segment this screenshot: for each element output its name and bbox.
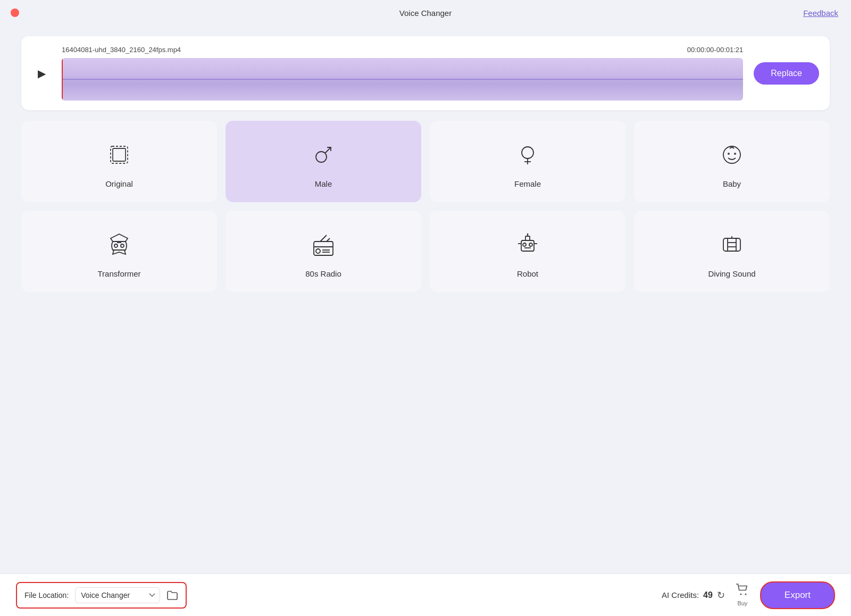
voice-card-original[interactable]: Original — [21, 121, 217, 202]
baby-icon — [716, 139, 748, 171]
right-actions: AI Credits: 49 ↻ Buy Export — [662, 581, 835, 609]
replace-button[interactable]: Replace — [754, 62, 819, 85]
close-button[interactable] — [11, 9, 19, 17]
svg-rect-21 — [525, 236, 530, 240]
bottom-bar: File Location: Voice Changer AI Credits:… — [0, 573, 851, 616]
svg-point-10 — [114, 244, 118, 247]
export-button[interactable]: Export — [760, 581, 835, 609]
voice-card-female[interactable]: Female — [430, 121, 625, 202]
file-location-label: File Location: — [24, 591, 69, 600]
voice-card-label-female: Female — [514, 179, 541, 188]
cart-group[interactable]: Buy — [736, 584, 749, 606]
svg-point-9 — [734, 153, 736, 155]
ai-credits-label: AI Credits: — [662, 590, 699, 600]
buy-label: Buy — [737, 600, 747, 606]
robot-icon — [512, 229, 544, 261]
play-button[interactable]: ▶ — [32, 64, 51, 83]
svg-point-7 — [723, 146, 740, 163]
voice-card-baby[interactable]: Baby — [634, 121, 830, 202]
voice-card-male[interactable]: Male — [226, 121, 421, 202]
title-bar: Voice Changer Feedback — [0, 0, 851, 26]
ai-credits-count: 49 — [703, 590, 713, 600]
transformer-icon — [103, 229, 135, 261]
voice-card-label-radio80s: 80s Radio — [305, 269, 341, 278]
waveform-container: 16404081-uhd_3840_2160_24fps.mp4 00:00:0… — [62, 46, 743, 101]
waveform-filename: 16404081-uhd_3840_2160_24fps.mp4 — [62, 46, 181, 54]
folder-icon-button[interactable] — [166, 590, 178, 601]
svg-point-23 — [527, 234, 529, 235]
folder-icon — [166, 590, 178, 601]
waveform-meta: 16404081-uhd_3840_2160_24fps.mp4 00:00:0… — [62, 46, 743, 54]
svg-point-14 — [316, 249, 320, 253]
diving-icon — [716, 229, 748, 261]
waveform-timerange: 00:00:00-00:01:21 — [687, 46, 744, 54]
voice-card-label-diving: Diving Sound — [708, 269, 755, 278]
voice-card-radio80s[interactable]: 80s Radio — [226, 211, 421, 292]
svg-rect-0 — [113, 148, 126, 161]
svg-point-4 — [522, 147, 533, 159]
waveform-center-line — [62, 79, 743, 80]
main-content: ▶ 16404081-uhd_3840_2160_24fps.mp4 00:00… — [0, 26, 851, 303]
voice-card-transformer[interactable]: Transformer — [21, 211, 217, 292]
female-icon — [512, 139, 544, 171]
refresh-icon[interactable]: ↻ — [717, 589, 725, 601]
voice-card-label-male: Male — [315, 179, 332, 188]
voice-card-label-transformer: Transformer — [97, 269, 140, 278]
waveform-track[interactable] — [62, 58, 743, 101]
svg-point-33 — [745, 594, 746, 595]
waveform-panel: ▶ 16404081-uhd_3840_2160_24fps.mp4 00:00… — [21, 36, 830, 110]
svg-point-8 — [728, 153, 730, 155]
svg-line-3 — [325, 147, 331, 153]
radio-icon — [307, 229, 339, 261]
svg-point-18 — [523, 243, 526, 246]
waveform-cursor — [62, 58, 63, 101]
voice-card-label-baby: Baby — [723, 179, 741, 188]
original-icon — [103, 139, 135, 171]
voice-card-diving[interactable]: Diving Sound — [634, 211, 830, 292]
male-icon — [307, 139, 339, 171]
voice-options-grid: Original Male Female Baby Transformer — [21, 121, 830, 292]
svg-point-19 — [529, 243, 532, 246]
feedback-link[interactable]: Feedback — [803, 9, 838, 18]
app-title: Voice Changer — [399, 9, 452, 18]
file-location-select[interactable]: Voice Changer — [75, 587, 160, 603]
file-location-group: File Location: Voice Changer — [16, 582, 187, 609]
voice-card-robot[interactable]: Robot — [430, 211, 625, 292]
svg-point-32 — [740, 594, 741, 595]
cart-icon[interactable] — [736, 584, 749, 599]
voice-card-label-robot: Robot — [517, 269, 538, 278]
svg-rect-26 — [723, 238, 740, 251]
ai-credits-section: AI Credits: 49 ↻ — [662, 589, 725, 601]
svg-point-11 — [121, 244, 124, 247]
voice-card-label-original: Original — [105, 179, 133, 188]
